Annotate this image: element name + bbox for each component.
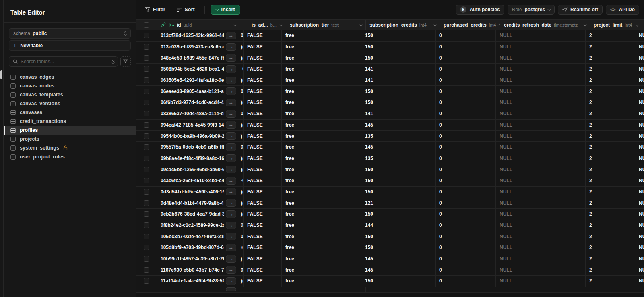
row-checkbox[interactable] xyxy=(144,133,149,139)
cell-subscription_tier[interactable]: free xyxy=(282,52,361,63)
expand-row-button[interactable]: → xyxy=(226,210,236,218)
cell-project_limit[interactable]: 2 xyxy=(586,97,638,108)
chevron-down-icon[interactable] xyxy=(636,23,639,26)
chevron-down-icon[interactable] xyxy=(498,23,500,25)
cell-purchased_credits[interactable]: 0 xyxy=(436,209,496,220)
select-all-checkbox[interactable] xyxy=(144,22,149,28)
expand-row-button[interactable]: → xyxy=(226,188,236,195)
cell-purchased_credits[interactable]: 0 xyxy=(436,97,496,108)
cell-next_clipped[interactable]: NU xyxy=(638,264,644,275)
cell-project_limit[interactable]: 2 xyxy=(586,164,638,175)
cell-id[interactable]: 06eaee33-8905-4aaa-b121-ab552...→ xyxy=(157,86,240,97)
cell-id[interactable]: 11a114cb-1a4c-49f4-9b28-52219ec...→ xyxy=(157,276,240,287)
chevron-down-icon[interactable] xyxy=(233,23,237,26)
cell-credits_refresh_date[interactable]: NULL xyxy=(496,153,586,164)
cell-next_clipped[interactable]: NU xyxy=(638,64,644,75)
cell-id[interactable]: 0cac6fca-26cf-4510-84ba-c4580...→ xyxy=(157,175,240,186)
row-checkbox[interactable] xyxy=(144,278,149,284)
cell-purchased_credits[interactable]: 0 xyxy=(436,264,496,275)
cell-is_admin[interactable]: FALSE xyxy=(244,276,282,287)
cell-purchased_credits[interactable]: 0 xyxy=(436,231,496,242)
cell-purchased_credits[interactable]: 0 xyxy=(436,253,496,264)
cell-project_limit[interactable]: 2 xyxy=(586,64,638,75)
expand-row-button[interactable]: → xyxy=(226,65,236,73)
cell-next_clipped[interactable]: NU xyxy=(638,131,644,141)
row-checkbox[interactable] xyxy=(144,77,149,83)
cell-purchased_credits[interactable]: 0 xyxy=(436,164,496,175)
new-table-button[interactable]: + New table xyxy=(9,40,131,51)
column-header-subscription_credits[interactable]: subscription_creditsint4 xyxy=(366,20,440,30)
chevron-down-icon[interactable] xyxy=(583,23,586,26)
cell-clipped[interactable]: )( xyxy=(240,42,244,52)
cell-id[interactable]: 09cac5bb-1256-46bd-ab60-64ed...→ xyxy=(157,164,240,175)
cell-subscription_tier[interactable]: free xyxy=(282,75,361,86)
cell-is_admin[interactable]: FALSE xyxy=(244,209,282,220)
expand-row-button[interactable]: → xyxy=(226,43,236,51)
cell-project_limit[interactable]: 2 xyxy=(586,75,638,86)
cell-credits_refresh_date[interactable]: NULL xyxy=(496,131,586,141)
row-checkbox[interactable] xyxy=(144,55,149,61)
row-checkbox[interactable] xyxy=(144,222,149,228)
cell-subscription_credits[interactable]: 150 xyxy=(361,209,436,220)
cell-is_admin[interactable]: FALSE xyxy=(244,42,282,52)
cell-clipped[interactable]: )( xyxy=(240,153,244,164)
cell-credits_refresh_date[interactable]: NULL xyxy=(496,142,586,153)
cell-id[interactable]: 0d3d541d-bf5c-459f-a406-16b93...→ xyxy=(157,187,240,197)
sidebar-item-projects[interactable]: projects xyxy=(4,135,136,143)
cell-id[interactable]: 0508b94b-5ee2-4626-bca1-4bca...→ xyxy=(157,64,240,75)
expand-row-button[interactable]: → xyxy=(226,87,236,95)
cell-subscription_credits[interactable]: 150 xyxy=(361,97,436,108)
cell-next_clipped[interactable]: NU xyxy=(638,75,644,86)
cell-subscription_credits[interactable]: 150 xyxy=(361,30,436,41)
cell-is_admin[interactable] xyxy=(248,287,286,292)
cell-is_admin[interactable]: FALSE xyxy=(244,264,282,275)
api-docs-button[interactable]: <> API Do xyxy=(606,5,639,15)
cell-next_clipped[interactable]: NU xyxy=(638,97,644,108)
cell-subscription_credits[interactable]: 135 xyxy=(361,131,436,141)
cell-id[interactable]: 06f6b7d3-977d-4cd0-acd4-4a78...→ xyxy=(157,97,240,108)
cell-is_admin[interactable]: FALSE xyxy=(244,120,282,131)
cell-credits_refresh_date[interactable]: NULL xyxy=(496,209,586,220)
row-checkbox[interactable] xyxy=(144,122,149,128)
cell-clipped[interactable]: 0i xyxy=(240,142,244,153)
cell-next_clipped[interactable]: NU xyxy=(638,86,644,97)
cell-is_admin[interactable]: FALSE xyxy=(244,75,282,86)
cell-subscription_credits[interactable]: 145 xyxy=(361,142,436,153)
cell-purchased_credits[interactable]: 0 xyxy=(436,187,496,197)
cell-clipped[interactable]: )( xyxy=(240,52,244,63)
cell-purchased_credits[interactable]: 0 xyxy=(436,120,496,131)
cell-subscription_credits[interactable]: 141 xyxy=(361,64,436,75)
expand-row-button[interactable]: → xyxy=(226,233,236,240)
cell-clipped[interactable]: -0 xyxy=(240,64,244,75)
cell-clipped[interactable]: )( xyxy=(240,197,244,208)
cell-purchased_credits[interactable]: 0 xyxy=(436,42,496,52)
cell-project_limit[interactable]: 2 xyxy=(586,242,638,253)
sidebar-item-canvas_nodes[interactable]: canvas_nodes xyxy=(4,81,136,90)
expand-row-button[interactable]: → xyxy=(226,266,236,274)
cell-subscription_tier[interactable]: free xyxy=(282,276,361,287)
cell-next_clipped[interactable]: NU xyxy=(638,42,644,52)
cell-is_admin[interactable]: FALSE xyxy=(244,97,282,108)
cell-subscription_tier[interactable]: free xyxy=(282,86,361,97)
cell-project_limit[interactable]: 2 xyxy=(586,264,638,275)
cell-id[interactable]: 094caf42-7185-4e45-99f3-14abee...→ xyxy=(157,120,240,131)
cell-is_admin[interactable]: FALSE xyxy=(244,30,282,41)
cell-subscription_tier[interactable]: free xyxy=(282,108,361,119)
cell-id[interactable]: 013e039a-fd89-473a-a3c6-ccfa9...→ xyxy=(157,42,240,52)
cell-credits_refresh_date[interactable]: NULL xyxy=(496,97,586,108)
cell-is_admin[interactable]: FALSE xyxy=(244,52,282,63)
cell-next_clipped[interactable]: NU xyxy=(638,120,644,131)
cell-subscription_tier[interactable]: free xyxy=(282,175,361,186)
search-tables-input[interactable] xyxy=(21,59,109,64)
sidebar-item-canvases[interactable]: canvases xyxy=(4,108,136,117)
column-header-id[interactable]: iduuid xyxy=(157,20,240,30)
cell-subscription_credits[interactable]: 150 xyxy=(361,42,436,52)
sidebar-item-user_project_roles[interactable]: user_project_roles xyxy=(4,152,136,161)
cell-clipped[interactable] xyxy=(240,287,248,292)
cell-next_clipped[interactable]: NU xyxy=(638,187,644,197)
cell-next_clipped[interactable]: NU xyxy=(638,30,644,41)
cell-credits_refresh_date[interactable]: NULL xyxy=(496,253,586,264)
cell-subscription_credits[interactable]: 141 xyxy=(361,108,436,119)
cell-is_admin[interactable]: FALSE xyxy=(244,142,282,153)
cell-clipped[interactable]: )( xyxy=(240,164,244,175)
